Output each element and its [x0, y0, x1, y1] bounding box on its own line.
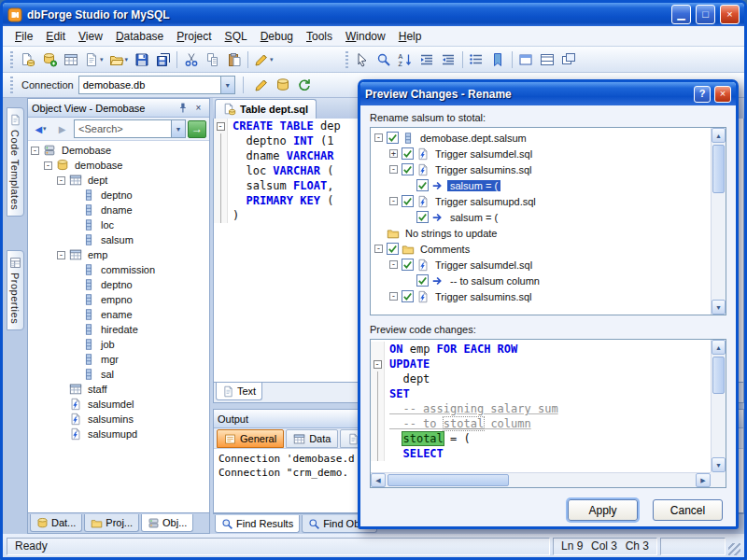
tree-item-deptno[interactable]: deptno	[28, 188, 209, 203]
dialog-title-bar[interactable]: Preview Changes - Rename ? ×	[360, 82, 736, 105]
new-sql-button[interactable]	[17, 49, 38, 70]
tree-item-empno[interactable]: empno	[28, 292, 209, 307]
list-button[interactable]	[466, 49, 487, 70]
tab-find-results[interactable]: Find Results	[215, 515, 300, 533]
scroll-up-icon[interactable]: ▲	[712, 128, 726, 143]
chevron-down-icon[interactable]: ▼	[171, 120, 185, 137]
collapse-icon[interactable]: -	[374, 133, 383, 142]
side-tab-properties[interactable]: Properties	[7, 250, 24, 330]
rename-tree-item[interactable]: -Trigger salsumins.sql	[371, 161, 711, 177]
chevron-down-icon[interactable]: ▾	[125, 56, 129, 63]
toolbar-grip[interactable]	[10, 77, 13, 93]
menu-sql[interactable]: SQL	[218, 27, 254, 46]
help-button[interactable]: ?	[694, 86, 711, 103]
new-connection-button[interactable]	[38, 49, 60, 70]
tree-item-sal[interactable]: sal	[28, 367, 209, 382]
paste-button[interactable]	[223, 49, 245, 70]
collapse-icon[interactable]: -	[31, 147, 39, 155]
collapse-icon[interactable]: -	[389, 292, 398, 301]
tree-item-staff[interactable]: staff	[28, 382, 209, 397]
tree-item-commission[interactable]: commission	[28, 262, 209, 277]
copy-button[interactable]	[202, 49, 223, 70]
fold-collapse-icon[interactable]: -	[374, 360, 382, 369]
resize-grip[interactable]	[728, 543, 740, 555]
scroll-down-icon[interactable]: ▼	[712, 300, 726, 315]
collapse-icon[interactable]: -	[57, 176, 65, 185]
rename-tree[interactable]: -demobase.dept.salsum+Trigger salsumdel.…	[371, 128, 711, 315]
rename-tree-item[interactable]: -Trigger salsumdel.sql	[371, 257, 711, 273]
close-button[interactable]: ×	[720, 5, 740, 24]
tab-obj[interactable]: Obj...	[141, 514, 193, 532]
collapse-icon[interactable]: -	[389, 197, 398, 205]
connection-select[interactable]: demobase.db ▼	[78, 76, 235, 94]
title-bar[interactable]: dbForge Studio for MySQL ▁ □ ×	[3, 3, 744, 26]
indent-button[interactable]	[416, 49, 438, 70]
menu-edit[interactable]: Edit	[39, 27, 72, 46]
tab-dat[interactable]: Dat...	[30, 514, 82, 532]
rename-tree-item[interactable]: +Trigger salsumdel.sql	[371, 146, 711, 161]
outdent-button[interactable]	[438, 49, 459, 70]
collapse-icon[interactable]: -	[389, 260, 398, 269]
chevron-down-icon[interactable]: ▾	[100, 56, 104, 63]
tree-item-salsum[interactable]: salsum	[28, 232, 209, 247]
collapse-icon[interactable]: -	[374, 245, 383, 253]
tree-item-hiredate[interactable]: hiredate	[28, 322, 209, 337]
rename-tree-item[interactable]: -Trigger salsumupd.sql	[371, 193, 711, 209]
output-tab-general[interactable]: General	[217, 429, 284, 448]
cascade-windows-button[interactable]	[558, 49, 580, 70]
tab-text-view[interactable]: Text	[216, 383, 262, 400]
new-document-button[interactable]: ▾	[81, 49, 106, 70]
format-button[interactable]: ▾	[251, 49, 276, 70]
rename-tree-item[interactable]: -Comments	[371, 241, 711, 257]
cut-button[interactable]	[180, 49, 202, 70]
vertical-scrollbar[interactable]: ▲ ▼	[711, 128, 726, 315]
tree-item-job[interactable]: job	[28, 337, 209, 352]
scrollbar-thumb[interactable]	[388, 474, 509, 486]
open-file-button[interactable]: ▾	[106, 49, 132, 70]
menu-tools[interactable]: Tools	[300, 27, 339, 46]
find-button[interactable]	[374, 49, 395, 70]
scrollbar-track[interactable]	[712, 355, 726, 457]
edit-connection-button[interactable]	[251, 75, 273, 95]
dialog-close-button[interactable]: ×	[714, 86, 731, 103]
collapse-icon[interactable]: -	[57, 251, 65, 259]
menu-file[interactable]: File	[8, 27, 39, 46]
tree-item-demobase[interactable]: -demobase	[28, 158, 209, 173]
select-pointer-button[interactable]	[352, 49, 374, 70]
checkbox-checked-icon[interactable]	[387, 243, 399, 255]
sort-az-button[interactable]: AZ	[395, 49, 416, 70]
cancel-button[interactable]: Cancel	[653, 499, 723, 521]
menu-project[interactable]: Project	[170, 27, 218, 46]
checkbox-checked-icon[interactable]	[416, 274, 429, 287]
output-tab-data[interactable]: Data	[286, 429, 338, 448]
horizontal-scrollbar[interactable]: ◀ ▶	[371, 472, 711, 487]
vertical-scrollbar[interactable]: ▲ ▼	[711, 340, 726, 472]
tree-item-salsumdel[interactable]: salsumdel	[28, 397, 209, 412]
chevron-down-icon[interactable]: ▾	[270, 56, 274, 63]
scrollbar-thumb[interactable]	[712, 145, 725, 193]
tree-item-salsumupd[interactable]: salsumupd	[28, 427, 209, 441]
collapse-icon[interactable]: -	[44, 161, 52, 170]
scrollbar-thumb[interactable]	[712, 357, 725, 394]
side-tab-code-templates[interactable]: Code Templates	[7, 107, 24, 217]
tree-item-mgr[interactable]: mgr	[28, 352, 209, 367]
rename-tree-item[interactable]: -- to salsum column	[371, 273, 711, 288]
maximize-button[interactable]: □	[696, 5, 715, 24]
rename-tree-item[interactable]: salsum = (	[371, 177, 711, 193]
split-window-button[interactable]	[537, 49, 558, 70]
tab-table-dept-sql[interactable]: Table dept.sql	[215, 99, 317, 119]
checkbox-checked-icon[interactable]	[402, 163, 414, 175]
rename-tree-item[interactable]: salsum = (	[371, 209, 711, 225]
chevron-down-icon[interactable]: ▼	[220, 77, 234, 93]
bookmark-button[interactable]	[487, 49, 509, 70]
menu-help[interactable]: Help	[392, 27, 429, 46]
tree-item-dname[interactable]: dname	[28, 203, 209, 217]
checkbox-checked-icon[interactable]	[402, 259, 414, 271]
search-input[interactable]: <Search> ▼	[74, 119, 186, 138]
minimize-button[interactable]: ▁	[671, 5, 691, 24]
tree-item-deptno[interactable]: deptno	[28, 277, 209, 292]
toolbar-grip[interactable]	[345, 51, 348, 68]
tab-proj[interactable]: Proj...	[84, 514, 139, 532]
preview-code[interactable]: ON emp FOR EACH ROW-UPDATE deptSET -- as…	[371, 340, 711, 472]
toolbar-grip[interactable]	[10, 51, 13, 68]
